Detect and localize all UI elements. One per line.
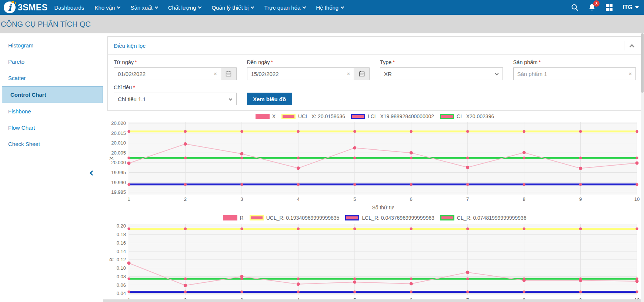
svg-text:20.010: 20.010 <box>111 140 126 146</box>
x-control-chart: 19.98519.99019.99520.00020.00520.01020.0… <box>107 120 642 212</box>
svg-text:20.020: 20.020 <box>111 120 126 126</box>
horizontal-scrollbar[interactable] <box>103 299 641 302</box>
svg-text:20.005: 20.005 <box>111 150 126 156</box>
logo-icon: i <box>4 1 16 13</box>
clear-icon[interactable]: × <box>214 71 217 77</box>
sidebar-item-flow-chart[interactable]: Flow Chart <box>0 120 103 136</box>
logo-i-glyph: i <box>8 3 11 12</box>
sidebar-item-fishbone[interactable]: Fishbone <box>0 103 103 119</box>
calendar-icon <box>226 71 231 77</box>
caret-down-icon <box>635 6 639 9</box>
from-date-calendar-button[interactable] <box>221 67 237 80</box>
criteria-label: Chỉ tiêu* <box>114 84 237 90</box>
from-date-input[interactable]: 01/02/2022 × <box>114 67 221 80</box>
svg-text:10: 10 <box>634 196 640 202</box>
legend-swatch-lcl-icon <box>345 215 359 220</box>
svg-text:7: 7 <box>466 196 469 202</box>
to-date-label: Đến ngày* <box>247 59 370 65</box>
logo-dot-icon <box>11 1 14 3</box>
to-date-calendar-button[interactable] <box>354 67 370 80</box>
criteria-field-group: Chỉ tiêu* Chỉ tiêu 1.1 <box>114 84 237 105</box>
legend-item: CL_R: 0.07481999999999936 <box>440 215 527 221</box>
nav-item-truc-quan-hoa[interactable]: Trực quan hóa <box>264 4 306 11</box>
chevron-down-icon <box>117 5 121 9</box>
legend-item: UCL_R: 0.19340969999999835 <box>250 215 340 221</box>
sidebar-item-check-sheet[interactable]: Check Sheet <box>0 136 103 152</box>
type-field-group: Type* XR <box>380 59 503 80</box>
page-title: CÔNG CỤ PHÂN TÍCH QC <box>0 20 91 29</box>
svg-text:0.16: 0.16 <box>117 240 126 246</box>
chevron-down-icon <box>303 5 306 9</box>
from-date-field-group: Từ ngày* 01/02/2022 × <box>114 59 237 80</box>
vertical-scrollbar[interactable] <box>641 33 644 302</box>
svg-text:8: 8 <box>523 196 525 202</box>
legend-swatch-ucl-icon <box>250 215 264 220</box>
sidebar-item-control-chart[interactable]: Control Chart <box>2 86 103 103</box>
nav-item-dashboards[interactable]: Dashboards <box>54 4 84 11</box>
sidebar-item-pareto[interactable]: Pareto <box>0 54 103 70</box>
chevron-down-icon <box>228 97 232 101</box>
legend-item: X <box>256 113 276 119</box>
panel-collapse-button[interactable] <box>624 41 637 50</box>
user-name: ITG <box>623 4 633 11</box>
type-select[interactable]: XR <box>380 67 503 80</box>
svg-text:9: 9 <box>579 196 582 202</box>
product-input[interactable]: Sản phẩm 1 × <box>513 67 636 80</box>
nav-item-kho-van[interactable]: Kho vận <box>94 4 120 11</box>
legend-item: LCL_R: 0.04376969999999963 <box>345 215 434 221</box>
apps-grid-icon[interactable] <box>605 4 613 11</box>
svg-text:0.20: 0.20 <box>117 223 126 229</box>
r-control-chart: 0.040.060.080.100.120.140.160.180.201234… <box>107 221 642 302</box>
clear-icon[interactable]: × <box>347 71 350 77</box>
main-content: Điều kiện lọc Từ ngày* 01/02/2022 × <box>103 33 644 302</box>
sidebar-item-scatter[interactable]: Scatter <box>0 70 103 86</box>
legend-item: UCL_X: 20.0158636 <box>281 113 345 119</box>
svg-text:19.995: 19.995 <box>111 170 126 175</box>
svg-text:0.18: 0.18 <box>117 232 126 237</box>
user-menu[interactable]: ITG <box>623 4 639 11</box>
sidebar-item-histogram[interactable]: Histogram <box>0 37 103 53</box>
view-chart-button[interactable]: Xem biểu đồ <box>247 93 292 105</box>
product-field-group: Sản phẩm* Sản phẩm 1 × <box>513 59 636 80</box>
sidebar-collapse-chevron-left-icon[interactable] <box>90 170 95 176</box>
nav-item-quan-ly-thiet-bi[interactable]: Quản lý thiết bị <box>211 4 254 11</box>
chevron-down-icon <box>198 5 202 9</box>
chevron-down-icon <box>495 72 498 76</box>
type-label: Type* <box>380 59 503 65</box>
to-date-input[interactable]: 15/02/2022 × <box>247 67 354 80</box>
chevron-up-icon <box>630 44 634 49</box>
page-title-bar: CÔNG CỤ PHÂN TÍCH QC <box>0 15 644 33</box>
legend-swatch-cl-icon <box>440 215 454 220</box>
notifications-bell-icon[interactable]: 3 <box>588 3 596 11</box>
svg-text:20.000: 20.000 <box>111 160 126 165</box>
legend-item: R <box>223 215 244 221</box>
top-navbar: i 3SMES Dashboards Kho vận Sản xuất Chất… <box>0 0 644 15</box>
svg-text:4: 4 <box>297 196 300 202</box>
svg-text:0.10: 0.10 <box>117 265 126 271</box>
svg-text:0.04: 0.04 <box>117 291 126 296</box>
app-logo[interactable]: i 3SMES <box>4 1 47 13</box>
qc-tools-sidebar: Histogram Pareto Scatter Control Chart F… <box>0 33 103 302</box>
vertical-scrollbar-thumb[interactable] <box>641 33 644 93</box>
from-date-label: Từ ngày* <box>114 59 237 65</box>
clear-icon[interactable]: × <box>628 71 632 77</box>
svg-text:3: 3 <box>240 196 243 202</box>
svg-text:0.06: 0.06 <box>117 282 126 288</box>
svg-text:20.015: 20.015 <box>111 130 126 136</box>
nav-item-he-thong[interactable]: Hệ thống <box>316 4 344 11</box>
calendar-icon <box>359 71 365 77</box>
legend-swatch-lcl-icon <box>351 114 365 119</box>
legend-item: LCL_X19.988928400000002 <box>351 113 434 119</box>
svg-text:19.990: 19.990 <box>111 180 126 185</box>
main-menu: Dashboards Kho vận Sản xuất Chất lượng Q… <box>54 4 344 11</box>
x-chart-legend: X UCL_X: 20.0158636 LCL_X19.988928400000… <box>107 113 642 120</box>
to-date-field-group: Đến ngày* 15/02/2022 × <box>247 59 370 80</box>
search-icon[interactable] <box>571 4 578 11</box>
svg-text:0.14: 0.14 <box>117 249 126 254</box>
svg-text:X: X <box>109 156 114 160</box>
svg-text:0.12: 0.12 <box>117 257 126 262</box>
nav-item-san-xuat[interactable]: Sản xuất <box>130 4 157 11</box>
criteria-select[interactable]: Chỉ tiêu 1.1 <box>114 93 237 105</box>
filter-panel: Điều kiện lọc Từ ngày* 01/02/2022 × <box>107 36 642 111</box>
nav-item-chat-luong[interactable]: Chất lượng <box>168 4 201 11</box>
